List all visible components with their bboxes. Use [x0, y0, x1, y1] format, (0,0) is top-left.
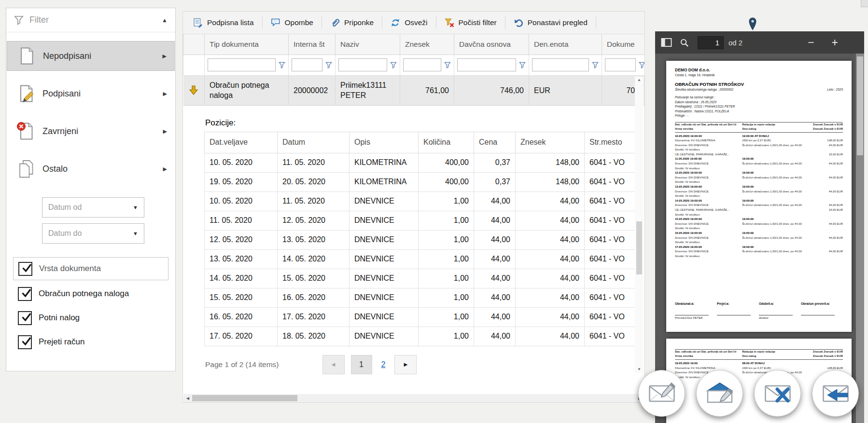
column-header-znesek[interactable]: Znesek	[400, 34, 454, 55]
envelope-return-icon	[822, 382, 850, 405]
filter-funnel-icon[interactable]	[592, 62, 599, 68]
cell-opis: DNEVNICE	[350, 269, 419, 288]
scroll-down-arrow-icon[interactable]: ▼	[635, 366, 644, 373]
column-header-cena[interactable]: Cena	[474, 132, 516, 153]
position-row[interactable]: 19. 05. 2020 20. 05. 2020 KILOMETRINA 40…	[205, 172, 635, 191]
horizontal-scrollbar-thumb[interactable]	[192, 395, 297, 401]
prev-page-button[interactable]: ◄	[322, 355, 345, 374]
sidebar-item-zavrnjeni[interactable]: Zavrnjeni ▶	[7, 116, 175, 146]
zoom-in-button[interactable]: +	[832, 37, 838, 48]
sidebar-item-podpisani[interactable]: Podpisani ▶	[7, 79, 175, 109]
date-to-dropdown[interactable]: Datum do ▼	[42, 223, 144, 244]
documents-icon	[16, 159, 36, 178]
cell-datum: 16. 05. 2020	[278, 288, 350, 307]
priponke-button[interactable]: Priponke	[322, 12, 382, 34]
position-row[interactable]: 15. 05. 2020 16. 05. 2020 DNEVNICE 1,00 …	[205, 288, 635, 307]
podpisna-lista-button[interactable]: Podpisna lista	[185, 12, 262, 34]
pdf-line: 16.05.2020 19:00:00 19:00:00	[675, 231, 843, 236]
column-header-den-enota[interactable]: Den.enota	[529, 34, 602, 55]
grid-vertical-scrollbar[interactable]: ▲ ▼	[635, 77, 644, 373]
grid-horizontal-scrollbar[interactable]: ◄ ►	[183, 394, 644, 402]
filter-input-naziv[interactable]	[338, 58, 387, 71]
date-from-dropdown[interactable]: Datum od ▼	[42, 197, 144, 218]
checkbox[interactable]	[18, 262, 32, 276]
column-header-naziv[interactable]: Naziv	[336, 34, 400, 55]
chevron-right-icon: ►	[403, 361, 409, 368]
collapse-panel-arrow-icon[interactable]: ▲	[162, 17, 168, 24]
position-row[interactable]: 16. 05. 2020 17. 05. 2020 DNEVNICE 1,00 …	[205, 307, 635, 327]
filter-input-interna-st[interactable]	[292, 58, 322, 71]
position-row[interactable]: 17. 05. 2020 18. 05. 2020 DNEVNICE 1,00 …	[205, 327, 635, 346]
filter-funnel-icon[interactable]	[519, 62, 526, 68]
document-pencil-icon	[16, 84, 36, 103]
checkbox-row: Prejeti račun	[13, 333, 168, 351]
pdf-scrollbar[interactable]	[856, 54, 864, 423]
filter-input-tip-dokumenta[interactable]	[208, 58, 276, 71]
document-row[interactable]: Obračun potnega naloga 20000002 Priimek1…	[183, 75, 645, 105]
sidebar-item-ostalo[interactable]: Ostalo ▶	[7, 154, 175, 184]
envelope-open-pen-icon	[706, 382, 734, 405]
filter-funnel-icon[interactable]	[444, 62, 451, 68]
sidebar-toggle-icon[interactable]	[661, 38, 672, 47]
page-1-button[interactable]: 1	[351, 355, 372, 374]
position-row[interactable]: 10. 05. 2020 11. 05. 2020 KILOMETRINA 40…	[205, 153, 635, 172]
column-header-interna-st[interactable]: Interna št	[289, 34, 336, 55]
signature-line	[675, 315, 709, 315]
checkbox[interactable]	[18, 335, 32, 349]
column-header-dat-veljave[interactable]: Dat.veljave	[205, 132, 278, 153]
column-header-opis[interactable]: Opis	[350, 132, 419, 153]
sign-document-button[interactable]	[638, 370, 685, 417]
note-icon	[271, 18, 280, 27]
date-to-label: Datum do	[48, 229, 82, 238]
column-header-dokument[interactable]: Dokume	[602, 34, 645, 55]
pdf-scrollbar-thumb[interactable]	[857, 56, 863, 155]
refresh-icon	[391, 18, 400, 27]
checkbox[interactable]	[18, 287, 32, 301]
filter-funnel-icon[interactable]	[279, 62, 285, 68]
paperclip-icon	[330, 18, 340, 27]
column-header-datum[interactable]: Datum	[278, 132, 350, 153]
column-header-kolicina[interactable]: Količina	[419, 132, 474, 153]
filter-input-dokument[interactable]	[605, 58, 636, 71]
osvezi-button[interactable]: Osveži	[382, 12, 435, 34]
filter-input-den-enota[interactable]	[532, 58, 589, 71]
column-header-str-mesto[interactable]: Str.mesto	[585, 132, 635, 153]
scroll-up-arrow-icon[interactable]: ▲	[635, 77, 644, 83]
button-label: Priponke	[344, 18, 374, 27]
position-row[interactable]: 10. 05. 2020 11. 05. 2020 DNEVNICE 1,00 …	[205, 191, 635, 211]
position-row[interactable]: 13. 05. 2020 14. 05. 2020 DNEVNICE 1,00 …	[205, 249, 635, 269]
page-number-input[interactable]	[698, 36, 724, 49]
sign-all-documents-button[interactable]	[696, 370, 743, 417]
filter-funnel-icon[interactable]	[639, 62, 644, 68]
filter-funnel-icon[interactable]	[390, 62, 397, 68]
vertical-scrollbar-thumb[interactable]	[636, 221, 642, 274]
search-icon[interactable]	[680, 38, 689, 47]
column-header-davcna-osnova[interactable]: Davčna osnova	[454, 34, 529, 55]
filter-input-znesek[interactable]	[403, 58, 441, 71]
sidebar-item-label: Ostalo	[42, 164, 68, 174]
sidebar-item-nepodpisani[interactable]: Nepodpisani ▶	[7, 41, 175, 71]
next-page-button[interactable]: ►	[394, 355, 417, 374]
scroll-left-arrow-icon[interactable]: ◄	[183, 394, 192, 402]
filter-input-davcna-osnova[interactable]	[457, 58, 516, 71]
document-icon	[17, 46, 36, 66]
position-row[interactable]: 14. 05. 2020 15. 05. 2020 DNEVNICE 1,00 …	[205, 269, 635, 288]
column-header-pos-znesek[interactable]: Znesek	[516, 132, 585, 153]
zoom-out-button[interactable]: −	[808, 37, 814, 48]
pocisti-filter-button[interactable]: Počisti filter	[436, 12, 505, 34]
pin-icon[interactable]	[747, 17, 758, 31]
opombe-button[interactable]: Opombe	[263, 12, 322, 34]
status-nav: Nepodpisani ▶ Podpisani ▶ Zavrnjeni ▶ Os…	[6, 32, 175, 184]
checkbox[interactable]	[18, 311, 32, 325]
page-2-link[interactable]: 2	[378, 360, 389, 369]
filter-funnel-icon[interactable]	[325, 62, 332, 68]
cell-str-mesto: 6041 - VO	[585, 191, 635, 211]
position-row[interactable]: 12. 05. 2020 13. 05. 2020 DNEVNICE 1,00 …	[205, 230, 635, 249]
column-header-tip-dokumenta[interactable]: Tip dokumenta	[205, 34, 289, 55]
ponastavi-pregled-button[interactable]: Ponastavi pregled	[505, 12, 596, 34]
return-document-button[interactable]	[812, 370, 859, 417]
position-row[interactable]: 11. 05. 2020 12. 05. 2020 DNEVNICE 1,00 …	[205, 211, 635, 230]
cell-znesek: 761,00	[400, 75, 454, 105]
reject-document-button[interactable]	[754, 370, 801, 417]
cell-opis: DNEVNICE	[350, 249, 419, 269]
